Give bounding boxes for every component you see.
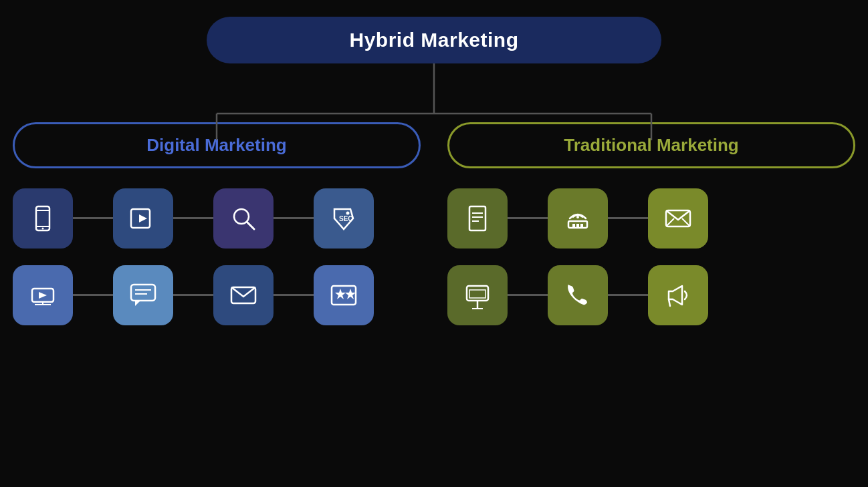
svg-rect-30: [572, 224, 575, 228]
diagram-title: Hybrid Marketing: [349, 29, 518, 51]
svg-marker-24: [345, 289, 356, 299]
traditional-branch: Traditional Marketing: [447, 122, 855, 325]
traditional-row-2: [447, 265, 855, 325]
digital-icon-rows: SEO: [13, 188, 421, 325]
svg-line-11: [247, 222, 254, 229]
connector-line: [274, 294, 314, 296]
svg-marker-23: [335, 289, 346, 299]
svg-line-40: [669, 299, 670, 306]
svg-text:SEO: SEO: [339, 215, 353, 222]
megaphone-icon: [648, 265, 708, 325]
digital-title: Digital Marketing: [146, 135, 286, 155]
digital-header: Digital Marketing: [13, 122, 421, 168]
streaming-icon: [13, 265, 73, 325]
connector-line: [274, 217, 314, 219]
svg-rect-25: [469, 206, 485, 230]
chat-icon: [113, 265, 173, 325]
video-icon: [113, 188, 173, 249]
search-icon: [213, 188, 274, 249]
branch-row: Digital Marketing: [13, 122, 855, 325]
connector-line: [73, 217, 113, 219]
top-node: Hybrid Marketing: [207, 17, 661, 63]
svg-line-35: [666, 218, 674, 226]
svg-marker-9: [139, 214, 147, 222]
traditional-header: Traditional Marketing: [447, 122, 855, 168]
digital-branch: Digital Marketing: [13, 122, 421, 325]
digital-row-2: [13, 265, 421, 325]
email-icon: [213, 265, 274, 325]
svg-point-13: [346, 211, 350, 214]
connector-line: [173, 294, 213, 296]
svg-line-36: [682, 218, 690, 226]
traditional-icon-rows: [447, 188, 855, 325]
connector-line: [73, 294, 113, 296]
mail-icon: [648, 188, 708, 249]
mobile-icon: [13, 188, 73, 249]
traditional-row-1: [447, 188, 855, 249]
svg-point-33: [576, 216, 579, 218]
phone-icon: [548, 265, 608, 325]
connector-line: [608, 217, 648, 219]
digital-row-1: SEO: [13, 188, 421, 249]
seo-icon: SEO: [314, 188, 374, 249]
connector-line: [508, 294, 548, 296]
diagram: Hybrid Marketing Digital Marketing: [13, 10, 855, 478]
connector-line: [608, 294, 648, 296]
traditional-title: Traditional Marketing: [564, 135, 739, 155]
print-icon: [447, 188, 508, 249]
svg-rect-18: [131, 285, 155, 301]
broadcast-icon: [548, 188, 608, 249]
svg-rect-32: [580, 224, 583, 228]
svg-point-7: [42, 227, 44, 229]
svg-marker-15: [39, 292, 47, 299]
svg-rect-31: [576, 224, 579, 228]
review-icon: [314, 265, 374, 325]
billboard-icon: [447, 265, 508, 325]
connector-line: [508, 217, 548, 219]
connector-line: [173, 217, 213, 219]
